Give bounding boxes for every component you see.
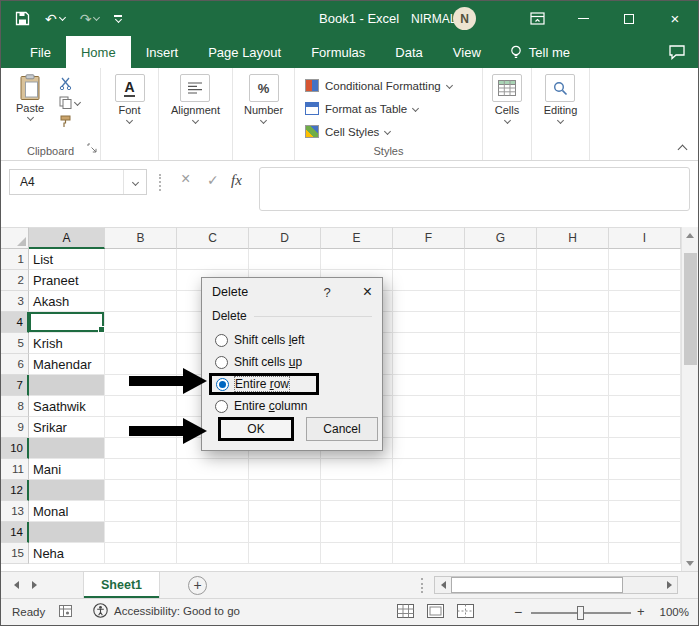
avatar[interactable]: N xyxy=(453,7,476,30)
cell-F15[interactable] xyxy=(393,543,465,564)
cell-A11[interactable]: Mani xyxy=(29,459,105,480)
tab-file[interactable]: File xyxy=(15,36,66,68)
cell-I12[interactable] xyxy=(609,480,681,501)
format-painter-icon[interactable] xyxy=(59,115,80,128)
cell-F6[interactable] xyxy=(393,354,465,375)
tab-page-layout[interactable]: Page Layout xyxy=(193,36,296,68)
column-header-F[interactable]: F xyxy=(393,227,465,249)
cell-E15[interactable] xyxy=(321,543,393,564)
styles-button-conditional-formatting[interactable]: Conditional Formatting xyxy=(305,76,452,95)
horizontal-scrollbar[interactable] xyxy=(434,576,678,594)
cell-G4[interactable] xyxy=(465,312,537,333)
page-layout-view-icon[interactable] xyxy=(427,604,444,620)
redo-dropdown-icon[interactable] xyxy=(93,14,100,21)
new-sheet-button[interactable]: + xyxy=(188,576,207,595)
macro-record-icon[interactable] xyxy=(59,605,72,619)
cell-H3[interactable] xyxy=(537,291,609,312)
cell-B5[interactable] xyxy=(105,333,177,354)
cell-F3[interactable] xyxy=(393,291,465,312)
cell-I5[interactable] xyxy=(609,333,681,354)
cell-H15[interactable] xyxy=(537,543,609,564)
row-header-8[interactable]: 8 xyxy=(1,396,29,417)
cell-B14[interactable] xyxy=(105,522,177,543)
cell-G10[interactable] xyxy=(465,438,537,459)
undo-dropdown-icon[interactable] xyxy=(59,14,66,21)
cell-H6[interactable] xyxy=(537,354,609,375)
cell-G11[interactable] xyxy=(465,459,537,480)
minimize-button[interactable] xyxy=(560,1,606,36)
row-header-1[interactable]: 1 xyxy=(1,249,29,270)
cell-I3[interactable] xyxy=(609,291,681,312)
cell-F9[interactable] xyxy=(393,417,465,438)
paste-button[interactable]: Paste xyxy=(9,74,51,128)
column-header-C[interactable]: C xyxy=(177,227,249,249)
column-header-H[interactable]: H xyxy=(537,227,609,249)
cell-H11[interactable] xyxy=(537,459,609,480)
scroll-down-icon[interactable] xyxy=(682,555,698,571)
cell-H13[interactable] xyxy=(537,501,609,522)
row-header-2[interactable]: 2 xyxy=(1,270,29,291)
tab-insert[interactable]: Insert xyxy=(131,36,194,68)
cell-G3[interactable] xyxy=(465,291,537,312)
cell-I11[interactable] xyxy=(609,459,681,480)
column-header-E[interactable]: E xyxy=(321,227,393,249)
cell-H4[interactable] xyxy=(537,312,609,333)
horizontal-scroll-thumb[interactable] xyxy=(451,577,623,593)
cell-F8[interactable] xyxy=(393,396,465,417)
cells-dropdown-icon[interactable] xyxy=(503,117,510,124)
cell-I13[interactable] xyxy=(609,501,681,522)
row-header-7[interactable]: 7 xyxy=(1,375,29,396)
cell-H12[interactable] xyxy=(537,480,609,501)
cell-F7[interactable] xyxy=(393,375,465,396)
cell-G1[interactable] xyxy=(465,249,537,270)
cell-I4[interactable] xyxy=(609,312,681,333)
cell-A6[interactable]: Mahendar xyxy=(29,354,105,375)
cell-F1[interactable] xyxy=(393,249,465,270)
cell-A8[interactable]: Saathwik xyxy=(29,396,105,417)
styles-button-cell-styles[interactable]: Cell Styles xyxy=(305,122,390,141)
formula-enter-icon[interactable]: ✓ xyxy=(207,172,219,188)
number-button[interactable]: % Number xyxy=(244,74,283,123)
cell-A10[interactable] xyxy=(29,438,105,459)
copy-dropdown-icon[interactable] xyxy=(74,99,81,106)
cut-icon[interactable] xyxy=(59,77,80,90)
cells-button[interactable]: Cells xyxy=(492,74,522,123)
cell-F12[interactable] xyxy=(393,480,465,501)
zoom-slider-thumb[interactable] xyxy=(577,606,584,620)
cell-G13[interactable] xyxy=(465,501,537,522)
zoom-level[interactable]: 100% xyxy=(660,606,689,618)
cell-B1[interactable] xyxy=(105,249,177,270)
cell-I9[interactable] xyxy=(609,417,681,438)
styles-button-format-as-table[interactable]: Format as Table xyxy=(305,99,418,118)
cell-B4[interactable] xyxy=(105,312,177,333)
cell-C11[interactable] xyxy=(177,459,249,480)
cell-E1[interactable] xyxy=(321,249,393,270)
ribbon-display-options-icon[interactable] xyxy=(514,1,560,36)
alignment-dropdown-icon[interactable] xyxy=(192,117,199,124)
cell-D13[interactable] xyxy=(249,501,321,522)
cell-A15[interactable]: Neha xyxy=(29,543,105,564)
cell-A3[interactable]: Akash xyxy=(29,291,105,312)
row-header-3[interactable]: 3 xyxy=(1,291,29,312)
row-header-14[interactable]: 14 xyxy=(1,522,29,543)
cell-B12[interactable] xyxy=(105,480,177,501)
cell-A14[interactable] xyxy=(29,522,105,543)
row-header-11[interactable]: 11 xyxy=(1,459,29,480)
name-box-value[interactable]: A4 xyxy=(10,175,123,189)
row-header-15[interactable]: 15 xyxy=(1,543,29,564)
accessibility-status[interactable]: Accessibility: Good to go xyxy=(93,603,240,618)
editing-button[interactable]: Editing xyxy=(544,74,578,123)
maximize-button[interactable] xyxy=(606,1,652,36)
cell-E13[interactable] xyxy=(321,501,393,522)
cell-F5[interactable] xyxy=(393,333,465,354)
dialog-close-icon[interactable]: × xyxy=(363,283,372,301)
previous-sheet-icon[interactable] xyxy=(14,581,19,589)
tell-me-box[interactable]: Tell me xyxy=(496,36,584,68)
cell-I14[interactable] xyxy=(609,522,681,543)
scroll-left-icon[interactable] xyxy=(435,581,451,589)
formula-input[interactable] xyxy=(259,167,690,211)
cell-B11[interactable] xyxy=(105,459,177,480)
ok-button[interactable]: OK xyxy=(218,417,294,441)
alignment-button[interactable]: Alignment xyxy=(171,74,220,123)
cell-C12[interactable] xyxy=(177,480,249,501)
